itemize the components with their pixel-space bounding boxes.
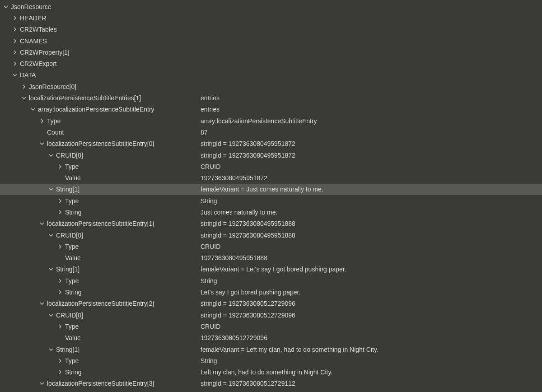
node-entry-1[interactable]: localizationPersistenceSubtitleEntry[1] … <box>0 218 542 229</box>
node-string[interactable]: String[1] femaleVariant = Let's say I go… <box>0 264 542 275</box>
chevron-down-icon[interactable] <box>21 95 27 101</box>
node-leaf[interactable]: Value 1927363080495951888 <box>0 252 542 264</box>
chevron-down-icon[interactable] <box>12 72 18 78</box>
node-label: localizationPersistenceSubtitleEntry[2] <box>47 300 154 307</box>
node-leaf[interactable]: Type String <box>0 275 542 286</box>
node-label: CR2WExport <box>20 60 57 67</box>
node-jsonresource0[interactable]: JsonResource[0] <box>0 81 542 92</box>
node-entries[interactable]: localizationPersistenceSubtitleEntries[1… <box>0 92 542 103</box>
chevron-right-icon[interactable] <box>12 26 18 33</box>
node-leaf[interactable]: Type CRUID <box>0 321 542 332</box>
chevron-down-icon[interactable] <box>39 380 45 387</box>
node-label: Type <box>65 357 79 364</box>
chevron-down-icon[interactable] <box>39 220 45 227</box>
node-array[interactable]: array:localizationPersistenceSubtitleEnt… <box>0 104 542 115</box>
chevron-right-icon[interactable] <box>57 209 63 215</box>
node-label: String[1] <box>56 266 79 273</box>
chevron-right-icon[interactable] <box>57 163 63 170</box>
node-cruid[interactable]: CRUID[0] stringId = 1927363080495951872 <box>0 149 542 161</box>
node-value: stringId = 1927363080512729096 <box>201 300 295 307</box>
node-label: Type <box>65 277 79 285</box>
node-label: String <box>65 289 82 296</box>
chevron-down-icon[interactable] <box>39 140 45 147</box>
node-value: array:localizationPersistenceSubtitleEnt… <box>201 117 317 125</box>
node-string[interactable]: String[1] femaleVariant = Left my clan, … <box>0 344 542 355</box>
node-leaf[interactable]: String Just comes naturally to me. <box>0 206 542 218</box>
node-type[interactable]: Type array:localizationPersistenceSubtit… <box>0 115 542 126</box>
node-label: localizationPersistenceSubtitleEntry[3] <box>47 380 154 387</box>
node-leaf[interactable]: Type String <box>0 355 542 366</box>
node-value: String <box>201 277 217 285</box>
node-root[interactable]: JsonResource <box>0 1 542 12</box>
chevron-right-icon[interactable] <box>12 15 18 21</box>
node-label: CNAMES <box>20 37 47 45</box>
chevron-right-icon[interactable] <box>57 323 63 330</box>
node-count[interactable]: Count 87 <box>0 126 542 138</box>
node-value: stringId = 1927363080495951888 <box>201 232 295 239</box>
chevron-right-icon[interactable] <box>57 358 63 364</box>
node-value: 1927363080495951888 <box>201 254 267 261</box>
node-value: stringId = 1927363080512729096 <box>201 312 295 319</box>
chevron-right-icon[interactable] <box>57 369 63 375</box>
chevron-down-icon[interactable] <box>30 106 36 112</box>
node-value: stringId = 1927363080495951872 <box>201 152 295 159</box>
node-label: CRUID[0] <box>56 152 83 159</box>
node-value: CRUID <box>201 323 220 330</box>
node-value: CRUID <box>201 163 220 170</box>
node-data[interactable]: DATA <box>0 70 542 81</box>
chevron-down-icon[interactable] <box>48 186 54 192</box>
node-label: String <box>65 209 82 216</box>
node-leaf[interactable]: String Let's say I got bored pushing pap… <box>0 286 542 298</box>
node-label: Type <box>65 163 79 170</box>
chevron-right-icon[interactable] <box>12 49 18 56</box>
node-entry-2[interactable]: localizationPersistenceSubtitleEntry[2] … <box>0 298 542 309</box>
chevron-down-icon[interactable] <box>48 152 54 159</box>
chevron-down-icon[interactable] <box>48 232 54 238</box>
node-value: femaleVariant = Let's say I got bored pu… <box>201 266 346 273</box>
tree-view: JsonResource HEADER CR2WTables CNAMES CR… <box>0 0 542 392</box>
node-value: Just comes naturally to me. <box>201 209 277 216</box>
chevron-right-icon[interactable] <box>57 198 63 204</box>
node-label: Count <box>47 129 64 136</box>
chevron-right-icon[interactable] <box>21 84 27 90</box>
node-header[interactable]: HEADER <box>0 12 542 23</box>
node-value: femaleVariant = Just comes naturally to … <box>201 186 323 193</box>
node-value: stringId = 1927363080512729112 <box>201 380 295 387</box>
chevron-right-icon[interactable] <box>57 278 63 284</box>
chevron-right-icon[interactable] <box>39 118 45 124</box>
node-label: array:localizationPersistenceSubtitleEnt… <box>38 106 154 113</box>
node-cruid[interactable]: CRUID[0] stringId = 1927363080512729096 <box>0 309 542 321</box>
node-leaf[interactable]: Type String <box>0 195 542 206</box>
node-cr2wtables[interactable]: CR2WTables <box>0 24 542 35</box>
chevron-right-icon[interactable] <box>12 61 18 67</box>
node-label: CR2WTables <box>20 26 57 33</box>
node-entry-3[interactable]: localizationPersistenceSubtitleEntry[3] … <box>0 378 542 389</box>
node-value: entries <box>201 106 220 113</box>
node-leaf[interactable]: String Left my clan, had to do something… <box>0 367 542 378</box>
node-label: localizationPersistenceSubtitleEntry[1] <box>47 220 154 227</box>
chevron-down-icon[interactable] <box>48 346 54 353</box>
node-leaf[interactable]: Type CRUID <box>0 161 542 172</box>
node-value: Let's say I got bored pushing paper. <box>201 289 300 296</box>
node-leaf[interactable]: Type CRUID <box>0 241 542 252</box>
node-cnames[interactable]: CNAMES <box>0 35 542 47</box>
chevron-right-icon[interactable] <box>57 289 63 295</box>
chevron-right-icon[interactable] <box>57 243 63 250</box>
node-value: CRUID <box>201 243 220 250</box>
chevron-down-icon[interactable] <box>48 266 54 272</box>
node-cruid[interactable]: CRUID[0] <box>0 389 542 392</box>
node-label: Value <box>65 174 81 182</box>
node-string-selected[interactable]: String[1] femaleVariant = Just comes nat… <box>0 184 542 195</box>
chevron-down-icon[interactable] <box>39 300 45 307</box>
node-cruid[interactable]: CRUID[0] stringId = 1927363080495951888 <box>0 229 542 241</box>
node-cr2wproperty[interactable]: CR2WProperty[1] <box>0 47 542 58</box>
node-entry-0[interactable]: localizationPersistenceSubtitleEntry[0] … <box>0 138 542 149</box>
node-cr2wexport[interactable]: CR2WExport <box>0 58 542 69</box>
node-label: String <box>65 369 82 376</box>
chevron-down-icon[interactable] <box>48 312 54 318</box>
node-label: JsonResource[0] <box>29 83 76 90</box>
node-leaf[interactable]: Value 1927363080495951872 <box>0 172 542 183</box>
chevron-down-icon[interactable] <box>3 4 9 10</box>
chevron-right-icon[interactable] <box>12 38 18 44</box>
node-leaf[interactable]: Value 1927363080512729096 <box>0 332 542 344</box>
